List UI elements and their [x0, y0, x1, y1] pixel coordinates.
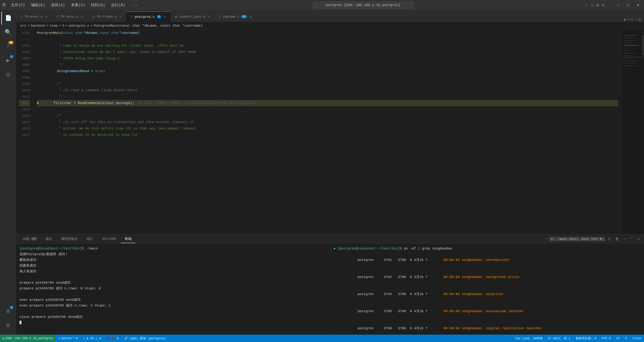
status-blame[interactable]: Tom Lane, 20年前 — [512, 334, 546, 342]
menu-select[interactable]: 选择(S) — [48, 2, 68, 8]
status-problems[interactable]: ⚠ ⊗ 29 △ 0 — [81, 334, 104, 342]
panel-tab-gitlens[interactable]: GITLENS — [98, 235, 120, 243]
tab-fe-exec-close[interactable]: ✕ — [46, 15, 47, 18]
status-os-label: Linux — [632, 337, 641, 340]
term1-prepare-result: prepare p23456789 成功 n_rows: 0 ntups: 0 — [20, 286, 327, 291]
term1-cmd-text: ./main — [86, 246, 98, 250]
step-out-icon[interactable]: ↑ — [635, 18, 637, 22]
c-icon5: C — [219, 15, 221, 18]
status-eol-label: LF — [616, 337, 620, 340]
panel-expand-icon[interactable]: ⌃ — [629, 236, 634, 242]
layout-icon[interactable]: □ — [586, 3, 588, 7]
run-back-icon[interactable]: ▶ — [624, 17, 626, 22]
panel-icon[interactable]: ▤ — [596, 3, 599, 8]
activity-search[interactable]: 🔍 — [1, 26, 15, 39]
term2-proc-4: postgres 3795 3790 0 4月16 ? 00:00:00 son… — [334, 303, 641, 320]
panel-tab-problems[interactable]: 问题 29 — [19, 235, 41, 243]
panel-add-icon[interactable]: + — [545, 237, 548, 241]
status-attach[interactable]: 🔗 (gdb) 附加 (postgres) — [122, 334, 169, 342]
source-control-badge: 76 — [8, 41, 14, 44]
split-editor-icon[interactable]: ◫ — [638, 17, 641, 22]
menu-more[interactable]: ... — [129, 2, 141, 8]
breadcrumb-function[interactable]: PostgresMain(const char *dbname, const c… — [94, 24, 202, 28]
panel-trash-icon[interactable]: 🗑 — [614, 236, 620, 242]
json-icon: ◎ — [175, 15, 177, 18]
code-line-4617: * is contain to be detected in step (5) — [37, 132, 618, 138]
menu-file[interactable]: 文件(F) — [8, 2, 28, 8]
panel-tab-terminal[interactable]: 终端 — [121, 235, 136, 243]
status-line-label: 行 4612, 列 1 — [548, 336, 570, 340]
panel-tab-output[interactable]: 输出 — [42, 235, 56, 243]
panel-terminal-selector[interactable]: 3: ./main (bin), bash (bin ▼) — [549, 237, 605, 242]
activity-debug[interactable]: ▶ 1 — [1, 54, 15, 67]
minimap — [622, 30, 644, 234]
tab-fe-trace-close[interactable]: ✕ — [120, 15, 121, 18]
panel-split-icon[interactable]: ◫ — [606, 236, 612, 242]
status-branch[interactable]: ✦ master* ⟳ — [56, 334, 81, 342]
tab-postgres[interactable]: C postgres.c 3 ✕ — [126, 12, 170, 22]
tab-pqcomm[interactable]: C pqcomm.c 9+ ✕ — [214, 12, 256, 22]
bug-icon: 🐞 — [106, 336, 110, 340]
status-bar: ⇄ SSH: 192.168.1.16_postgres ✦ master* ⟳… — [0, 334, 644, 342]
debug-icon: ▶ — [6, 57, 10, 64]
minimize-button[interactable]: – — [615, 2, 622, 8]
tab-launch[interactable]: ◎ launch.json U ✕ — [170, 12, 214, 22]
c-icon4: C — [131, 15, 133, 18]
code-editor[interactable]: 4152 ⸻ 4603 4604 4605 4606 4607 4608 460… — [16, 30, 644, 234]
status-ssh-label: SSH: 192.168.1.16_postgres — [6, 337, 53, 340]
activity-explorer[interactable]: 📄 — [1, 12, 15, 25]
tab-postgres-close[interactable]: ✕ — [164, 15, 166, 18]
svg-rect-5 — [624, 45, 639, 46]
close-button[interactable]: ✕ — [635, 2, 641, 8]
status-language[interactable]: C — [622, 334, 630, 342]
tab-fe-exec[interactable]: C fe-exec.c ✕ — [16, 12, 52, 22]
panel-tab-debug-console[interactable]: 调试控制台 — [57, 235, 82, 243]
term1-output-insert: 插入表成功 — [20, 268, 327, 274]
activity-remote[interactable]: ⚙ 2 — [1, 304, 15, 318]
term1-empty2 — [20, 291, 327, 297]
code-line-4615: * (4) turn off the idle-in-transaction a… — [37, 119, 618, 126]
sync-icon: ⟳ — [76, 336, 78, 340]
c-icon2: C — [57, 15, 59, 18]
panel-tab-ports[interactable]: 端口 — [82, 235, 97, 243]
c-icon3: C — [93, 15, 94, 18]
status-encoding[interactable]: UTF-8 — [599, 334, 614, 342]
activity-extensions[interactable]: ◫ — [1, 68, 15, 81]
step-over-icon[interactable]: ↷ — [628, 17, 630, 22]
menu-view[interactable]: 查看(V) — [68, 2, 88, 8]
search-bar[interactable]: postgres [SSH: 192.168.1.16_postgres] — [313, 2, 414, 8]
code-line-4606: */ — [37, 62, 618, 68]
status-os[interactable]: Linux — [630, 334, 644, 342]
status-ssh[interactable]: ⇄ SSH: 192.168.1.16_postgres — [0, 334, 56, 342]
menu-edit[interactable]: 编辑(E) — [28, 2, 48, 8]
terminal-2[interactable]: ● [postgres@localhost:~/test/bin]$ ps -e… — [330, 244, 644, 334]
panel-tabs: 问题 29 输出 调试控制台 端口 GITLENS 终端 — [16, 234, 644, 244]
step-into-icon[interactable]: ↳ — [631, 17, 634, 22]
activity-settings[interactable]: ⚙ — [1, 318, 15, 332]
grid-icon[interactable]: ⊞ — [602, 3, 604, 8]
code-content[interactable]: PostgresMain(const char *dbname, const c… — [33, 30, 622, 234]
status-tabsize-label: 制表符长度: 4 — [576, 336, 596, 340]
code-line-gap: ⋯ — [37, 36, 618, 42]
maximize-button[interactable]: □ — [625, 2, 632, 8]
tab-postgres-label: postgres.c — [135, 15, 155, 19]
code-line-4608 — [37, 74, 618, 81]
status-eol[interactable]: LF — [614, 334, 622, 342]
activity-source-control[interactable]: ⚡ 76 — [1, 40, 15, 53]
tab-fe-misc[interactable]: C fe-misc.c ✕ — [52, 12, 88, 22]
tab-fe-misc-close[interactable]: ✕ — [82, 15, 83, 18]
menu-goto[interactable]: 转到(G) — [88, 2, 108, 8]
menu-run[interactable]: 运行(R) — [108, 2, 128, 8]
status-tabsize[interactable]: 制表符长度: 4 — [573, 334, 599, 342]
panel-more-icon[interactable]: ⋯ — [622, 236, 628, 242]
tab-fe-trace[interactable]: C fe-trace.c ✕ — [88, 12, 126, 22]
status-line-col[interactable]: 行 4612, 列 1 — [546, 334, 573, 342]
status-debug[interactable]: 🐞 🐞 0 — [104, 334, 122, 342]
tab-pqcomm-close[interactable]: ✕ — [250, 15, 252, 18]
terminal-1[interactable]: [postgres@localhost:~/test/bin]$ ./main … — [16, 244, 330, 334]
panel-close-icon[interactable]: ✕ — [636, 236, 641, 242]
minimap-content — [622, 30, 644, 234]
c-icon: C — [21, 15, 23, 18]
tab-launch-close[interactable]: ✕ — [208, 15, 210, 18]
split-icon[interactable]: ◫ — [591, 3, 593, 8]
